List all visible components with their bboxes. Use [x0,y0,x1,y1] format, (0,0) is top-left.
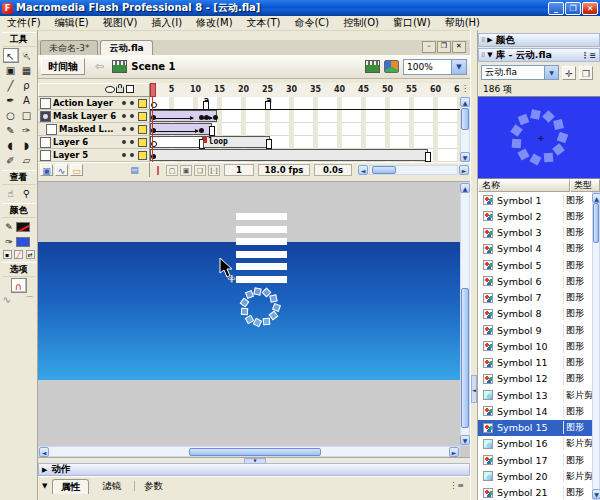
menu-item-4[interactable]: 插入(I) [144,16,189,30]
menu-item-7[interactable]: 命令(C) [287,16,336,30]
library-scroll-thumb[interactable] [593,203,599,243]
frame-ruler[interactable]: 5101520253035404550556065 [150,83,460,98]
library-item-symbol-1[interactable]: Symbol 1图形 [478,192,592,208]
library-item-symbol-21[interactable]: Symbol 21图形 [478,485,592,500]
black-white-button[interactable]: ▪ [3,250,12,259]
hand-tool-icon[interactable]: ☝ [3,186,19,201]
frame-scroll-thumb[interactable] [372,166,396,174]
library-document-select[interactable]: 云动.fla▼ [481,65,559,80]
onion-skin-icon[interactable]: ▢ [166,165,178,176]
library-scroll-down-icon[interactable]: ▼ [592,489,600,499]
doc-minimize-icon[interactable]: – [422,41,436,53]
layer-row-layer-5[interactable]: Layer 5 [38,149,150,162]
layer-row-masked-l-[interactable]: Masked L... [38,123,150,136]
library-item-symbol-14[interactable]: Symbol 14图形 [478,403,592,419]
timeline-vscroll-thumb[interactable] [461,108,469,130]
library-select-arrow-icon[interactable]: ▼ [544,66,558,79]
outline-color-box[interactable] [138,112,147,121]
white-frame-span[interactable] [150,136,203,148]
visibility-dot[interactable] [122,114,126,118]
insert-layer-button[interactable]: ▣ [40,164,53,176]
zoom-dropdown-arrow-icon[interactable]: ▼ [451,60,466,74]
scroll-up-icon[interactable]: ▲ [460,97,470,107]
menu-item-1[interactable]: 文件(F) [0,16,48,30]
end-frame-rect[interactable] [209,126,215,136]
edit-multiple-frames-icon[interactable]: ❏ [194,165,206,176]
edit-scene-button[interactable] [365,60,380,73]
library-item-symbol-16[interactable]: Symbol 16影片剪辑 [478,436,592,452]
eraser-tool-icon[interactable]: ▱ [19,153,35,168]
delete-layer-button[interactable]: ▤ [128,164,141,176]
lock-dot[interactable] [130,101,134,105]
column-type[interactable]: 类型 [570,179,600,192]
properties-options-menu-icon[interactable]: ⋮≡ [449,481,464,490]
colors-expand-arrow-icon[interactable]: ▶ [487,36,492,44]
free-transform-tool-icon[interactable]: ▣ [3,63,19,78]
keyframe-dot[interactable] [213,115,218,120]
library-item-symbol-11[interactable]: Symbol 11图形 [478,355,592,371]
frames-area[interactable]: aaloop [150,97,460,162]
restore-button[interactable]: ❐ [565,2,581,15]
subselection-tool-icon[interactable]: ↖ [19,48,35,63]
frame-row-2[interactable] [150,110,460,123]
static-frame-span[interactable] [150,149,428,161]
stage-horizontal-scrollbar[interactable]: ◄ ► [38,446,460,457]
library-item-symbol-2[interactable]: Symbol 2图形 [478,208,592,224]
tab-filters[interactable]: 滤镜 [94,479,129,493]
frame-row-4[interactable]: loop [150,136,460,149]
menu-item-10[interactable]: 帮助(H) [438,16,487,30]
layer-row-layer-6[interactable]: Layer 6 [38,136,150,149]
tab-parameters[interactable]: 参数 [136,479,171,493]
selection-tool-icon[interactable]: ↖ [3,48,19,63]
edit-symbol-button[interactable] [384,60,399,73]
zoom-tool-icon[interactable]: ⚲ [19,186,35,201]
pen-tool-icon[interactable]: ✒ [3,93,19,108]
show-hide-icon[interactable] [105,86,115,95]
library-item-symbol-4[interactable]: Symbol 4图形 [478,241,592,257]
frame-rate-indicator[interactable]: 18.0 fps [258,164,310,176]
outline-color-box[interactable] [138,151,147,160]
timeline-toggle-button[interactable]: 时间轴 [41,58,85,75]
text-tool-icon[interactable]: A [19,93,35,108]
line-tool-icon[interactable]: ╱ [3,78,19,93]
fill-color-swatch[interactable] [16,237,30,247]
lock-icon[interactable] [115,86,125,95]
add-motion-guide-button[interactable]: ∿ [55,164,68,176]
library-item-symbol-3[interactable]: Symbol 3图形 [478,225,592,241]
playhead-marker[interactable] [150,83,156,97]
panel-divider[interactable] [470,30,478,500]
colors-panel-header[interactable]: ⁞⁞▶ 颜色 [478,33,600,47]
oval-tool-icon[interactable]: ○ [3,108,19,123]
layer-row-action-layer[interactable]: Action Layer [38,97,150,110]
timeline-vertical-scrollbar[interactable]: ▲ ▼ [460,97,470,162]
library-item-symbol-17[interactable]: Symbol 17图形 [478,452,592,468]
menu-item-2[interactable]: 编辑(E) [48,16,96,30]
rectangle-tool-icon[interactable]: □ [19,108,35,123]
stage-vertical-scrollbar[interactable]: ▲ ▼ [460,182,470,446]
insert-folder-button[interactable]: ▭ [70,164,83,176]
minimize-button[interactable]: _ [548,2,564,15]
layer-row-mask-layer-6[interactable]: Mask Layer 6 [38,110,150,123]
doc-close-icon[interactable]: ✕ [452,41,466,53]
frame-scroll-left-icon[interactable]: ◄ [358,165,368,175]
lock-dot[interactable] [130,153,134,157]
smooth-option-icon[interactable]: ∿ [3,294,11,308]
frame-scroll-right-icon[interactable]: ► [459,165,469,175]
collapse-arrow-icon[interactable]: ▼ [42,482,47,490]
modify-onion-markers-icon[interactable]: [·] [208,165,220,176]
swap-colors-button[interactable]: ⇄ [26,250,35,259]
keyframe-dot[interactable] [199,128,204,133]
library-item-symbol-15[interactable]: Symbol 15图形 [478,420,592,436]
stage-scroll-left-icon[interactable]: ◄ [39,447,49,457]
pencil-tool-icon[interactable]: ✎ [3,123,19,138]
end-frame-rect[interactable] [266,139,272,149]
stage-vscroll-thumb[interactable] [461,288,469,428]
lock-dot[interactable] [130,140,134,144]
lasso-tool-icon[interactable]: ρ [19,78,35,93]
visibility-dot[interactable] [122,140,126,144]
snap-to-objects-button[interactable]: ∩ [11,278,27,293]
tab-properties[interactable]: 属性 [52,479,89,494]
scroll-down-icon[interactable]: ▼ [460,152,470,162]
menu-item-3[interactable]: 视图(V) [96,16,145,30]
library-item-symbol-7[interactable]: Symbol 7图形 [478,290,592,306]
